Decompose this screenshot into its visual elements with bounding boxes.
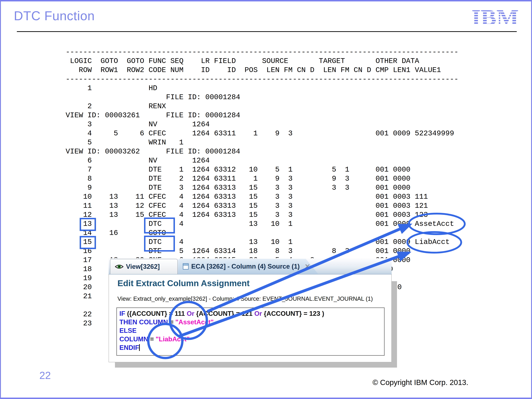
dialog-tab-bar: View[3262] ECA [3262] - Column (4) Sourc… xyxy=(108,258,392,274)
page-title: DTC Function xyxy=(14,8,95,23)
code-line-else: ELSE xyxy=(119,326,384,335)
eye-icon xyxy=(115,263,123,270)
tab-view-3262[interactable]: View[3262] xyxy=(110,259,178,274)
liabacct-literal: "LiabAcct" xyxy=(156,336,190,343)
assetacct-literal: "AssetAcct" xyxy=(175,318,214,326)
or-operator: Or xyxy=(254,310,262,317)
highlight-box-dtc-row15 xyxy=(144,236,175,252)
code-line-then: THEN COLUMN = "AssetAcct" xyxy=(119,318,384,326)
code-line-endif: ENDIF xyxy=(119,343,384,352)
dialog-heading: Edit Extract Column Assignment xyxy=(117,278,250,288)
code-line-if: IF ({ACCOUNT} = 111 Or {ACCOUNT} = 121 O… xyxy=(119,309,384,318)
ibm-logo-icon: IBM xyxy=(471,7,519,27)
tab-eca-column-source[interactable]: ECA [3262] - Column (4) Source (1) ✕ xyxy=(178,259,318,274)
logic-text-editor[interactable]: IF ({ACCOUNT} = 111 Or {ACCOUNT} = 121 O… xyxy=(116,307,385,356)
highlight-box-row13 xyxy=(80,218,96,231)
or-operator: Or xyxy=(187,310,194,317)
close-icon[interactable]: ✕ xyxy=(304,263,310,270)
code-line-column: COLUMN = "LiabAcct" xyxy=(119,335,384,343)
dialog-shadow-right xyxy=(392,281,397,367)
ibm-logo-text: IBM xyxy=(471,7,519,27)
tab-view-label: View[3262] xyxy=(126,263,160,270)
title-divider xyxy=(17,31,517,32)
dialog-shadow-bottom xyxy=(115,362,397,367)
if-keyword: IF xyxy=(119,310,127,317)
text-cursor xyxy=(139,344,140,351)
dialog-subtitle: View: Extract_only_example[3262] - Colum… xyxy=(117,295,373,302)
dialog-body: Edit Extract Column Assignment View: Ext… xyxy=(108,274,392,362)
copyright-text: © Copyright IBM Corp. 2013. xyxy=(373,378,468,387)
highlight-box-dtc-row13 xyxy=(144,217,175,234)
tab-eca-label: ECA [3262] - Column (4) Source (1) xyxy=(191,263,300,270)
page-number: 22 xyxy=(39,369,51,381)
highlight-box-row15 xyxy=(80,236,96,249)
eca-dialog: View[3262] ECA [3262] - Column (4) Sourc… xyxy=(108,258,392,362)
window-icon xyxy=(183,263,189,270)
